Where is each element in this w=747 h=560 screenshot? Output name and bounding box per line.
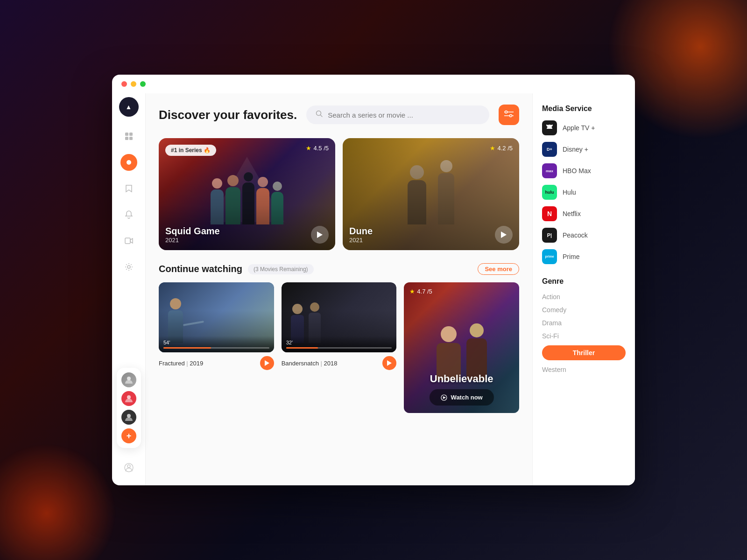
logout-button[interactable]: [120, 459, 137, 476]
bandersnatch-progress: 32': [282, 336, 397, 352]
close-dot[interactable]: [121, 81, 127, 87]
featured-card-unbelievable[interactable]: ★ 4.7 /5 Unbelievable Watch now: [404, 282, 519, 413]
nav-settings-icon[interactable]: [120, 259, 137, 275]
genre-comedy[interactable]: Comedy: [542, 306, 626, 314]
see-more-button[interactable]: See more: [478, 263, 519, 275]
peacock-icon: P|: [542, 228, 557, 243]
service-item-hbo[interactable]: max HBO Max: [542, 163, 626, 178]
prime-name: Prime: [563, 253, 580, 260]
watch-now-button[interactable]: Watch now: [430, 389, 494, 406]
nav-home-icon[interactable]: [120, 154, 137, 171]
featured-card-dune[interactable]: ★ 4.2 /5 Dune 2021: [343, 138, 519, 250]
svg-point-11: [127, 465, 130, 468]
title-bar: [112, 75, 635, 93]
logo-button[interactable]: ▲: [119, 97, 139, 117]
svg-point-13: [505, 111, 507, 113]
genre-list: Action Comedy Drama Sci-Fi Thriller West…: [542, 293, 626, 373]
bandersnatch-play-button[interactable]: [382, 356, 396, 370]
fractured-play-button[interactable]: [260, 356, 274, 370]
disney-name: Disney +: [563, 146, 588, 153]
bandersnatch-time: 32': [286, 340, 392, 345]
genre-western[interactable]: Western: [542, 366, 626, 373]
hbo-name: HBO Max: [563, 167, 591, 175]
appletv-name: Apple TV +: [563, 124, 595, 132]
featured-card-squid-game[interactable]: #1 in Series 🔥 ★ 4.5 /5 Squid Game 2021: [159, 138, 335, 250]
disney-icon: D+: [542, 142, 557, 157]
genre-thriller[interactable]: Thriller: [542, 345, 626, 360]
watch-card-fractured[interactable]: 54' Fractured | 2019: [159, 282, 274, 413]
peacock-name: Peacock: [563, 231, 588, 239]
svg-point-9: [127, 414, 131, 418]
search-bar[interactable]: [306, 105, 489, 124]
bandersnatch-progress-fill: [286, 347, 318, 349]
svg-point-4: [127, 160, 131, 165]
search-icon: [316, 110, 323, 119]
prime-icon: prime: [542, 249, 557, 264]
svg-point-7: [127, 377, 131, 380]
squid-game-rating: ★ 4.5 /5: [306, 145, 329, 152]
users-panel: +: [117, 368, 141, 448]
fractured-time: 54': [163, 340, 269, 345]
service-item-hulu[interactable]: hulu Hulu: [542, 185, 626, 200]
squid-game-play-button[interactable]: [311, 226, 329, 244]
bandersnatch-title: Bandersnatch | 2018: [282, 360, 338, 367]
main-content: Discover your favorites.: [146, 93, 532, 485]
hulu-icon: hulu: [542, 185, 557, 200]
bandersnatch-thumbnail: 32': [282, 282, 397, 352]
header: Discover your favorites.: [159, 105, 519, 125]
svg-point-6: [127, 266, 130, 268]
series-badge: #1 in Series 🔥: [165, 145, 216, 156]
right-panel: Media Service Apple TV + D+ Disney + max…: [532, 93, 635, 485]
fractured-progress: 54': [159, 336, 274, 352]
genre-action[interactable]: Action: [542, 293, 626, 301]
service-list: Apple TV + D+ Disney + max HBO Max hulu …: [542, 120, 626, 264]
nav-grid-icon[interactable]: [120, 128, 137, 145]
continue-watching-header: Continue watching (3 Movies Remaining) S…: [159, 263, 519, 275]
add-user-button[interactable]: +: [121, 428, 136, 443]
user-avatar-3[interactable]: [121, 410, 136, 425]
service-item-prime[interactable]: prime Prime: [542, 249, 626, 264]
squid-game-info: Squid Game 2021: [165, 226, 220, 244]
dune-rating: ★ 4.2 /5: [490, 145, 513, 152]
svg-point-8: [127, 395, 131, 399]
appletv-icon: [542, 120, 557, 135]
nav-video-icon[interactable]: [120, 232, 137, 249]
media-service-title: Media Service: [542, 105, 626, 113]
hbo-icon: max: [542, 163, 557, 178]
genre-drama[interactable]: Drama: [542, 319, 626, 327]
bandersnatch-progress-bar: [286, 347, 392, 349]
svg-rect-5: [125, 238, 130, 244]
minimize-dot[interactable]: [131, 81, 136, 87]
netflix-icon: N: [542, 206, 557, 221]
service-item-disney[interactable]: D+ Disney +: [542, 142, 626, 157]
unbelievable-rating: ★ 4.7 /5: [409, 288, 432, 295]
nav-bell-icon[interactable]: [120, 206, 137, 223]
dune-year: 2021: [349, 237, 373, 244]
filter-icon: [504, 110, 514, 120]
app-body: ▲: [112, 93, 635, 485]
user-avatar-2[interactable]: [121, 391, 136, 406]
service-item-peacock[interactable]: P| Peacock: [542, 228, 626, 243]
fractured-info: Fractured | 2019: [159, 352, 274, 374]
fractured-progress-bar: [163, 347, 269, 349]
sidebar: ▲: [112, 93, 146, 485]
svg-rect-0: [125, 133, 128, 136]
genre-scifi[interactable]: Sci-Fi: [542, 332, 626, 340]
search-input[interactable]: [328, 111, 480, 119]
service-item-appletv[interactable]: Apple TV +: [542, 120, 626, 135]
fractured-title: Fractured | 2019: [159, 360, 203, 367]
bandersnatch-info: Bandersnatch | 2018: [282, 352, 397, 374]
netflix-name: Netflix: [563, 210, 581, 217]
watch-card-bandersnatch[interactable]: 32' Bandersnatch | 2018: [282, 282, 397, 413]
user-avatar-1[interactable]: [121, 372, 136, 387]
dune-play-button[interactable]: [495, 226, 513, 244]
filter-button[interactable]: [499, 105, 519, 125]
continue-watching-title: Continue watching: [159, 264, 242, 274]
maximize-dot[interactable]: [140, 81, 146, 87]
unbelievable-title: Unbelievable: [404, 373, 519, 385]
nav-bookmark-icon[interactable]: [120, 180, 137, 197]
squid-game-year: 2021: [165, 237, 220, 244]
service-item-netflix[interactable]: N Netflix: [542, 206, 626, 221]
svg-rect-3: [129, 137, 133, 140]
squid-game-title: Squid Game: [165, 226, 220, 237]
